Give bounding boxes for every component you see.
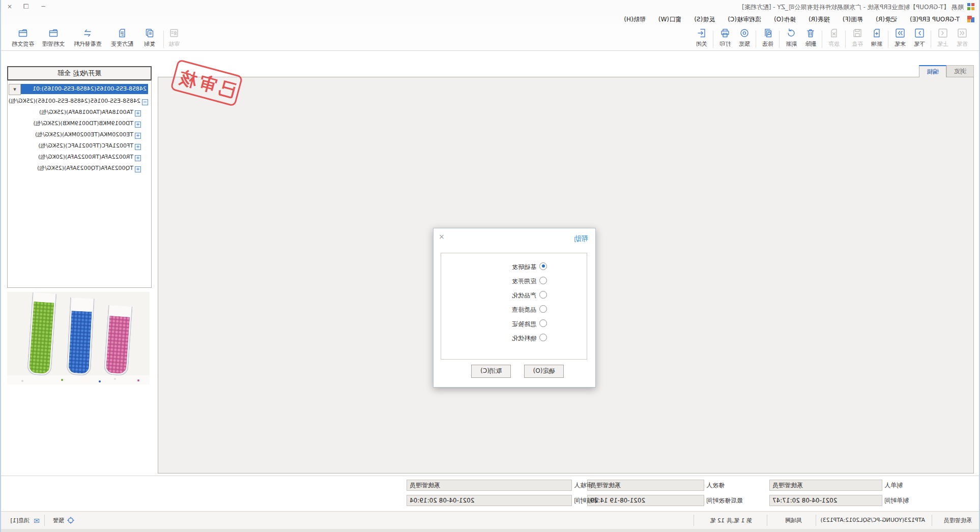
- tree-node[interactable]: +TR0022AFA(TR0022AFA)(20KG/包): [38, 152, 141, 162]
- option-app-dev[interactable]: 应用开发: [512, 277, 547, 287]
- bottom-strip: [0, 529, 979, 532]
- tree-node[interactable]: +TD0019MKB(TD0019MKB)(25KG/包): [34, 119, 141, 129]
- status-bar: 系统管理员 ATP123(YOUNG-PC/SQL2012:ATP123) 局域…: [0, 511, 979, 529]
- preview-button[interactable]: 预览: [735, 27, 754, 50]
- toolbar: 首笔 上笔 下笔 末笔 新增 存盘 放弃 删除 刷新 筛选 预览 打印 关闭 复…: [0, 25, 979, 51]
- modify-time-label: 最后修改时间: [706, 495, 755, 506]
- new-doc-icon: [867, 28, 886, 39]
- item-node-icon: +: [135, 122, 141, 128]
- close-form-button[interactable]: 关闭: [692, 27, 711, 50]
- product-photo: [7, 292, 150, 385]
- first-record-button[interactable]: 首笔: [953, 27, 972, 50]
- tree-node[interactable]: −24858-ESS-00165(24858-ESS-00165)(25KG/包…: [9, 96, 148, 106]
- save-button[interactable]: 存盘: [848, 27, 867, 50]
- folder-icon: [39, 28, 68, 39]
- maker-time-field: 2021-04-08 20:17:47: [769, 495, 882, 506]
- restore-button[interactable]: ❐: [17, 0, 35, 13]
- option-material-opt[interactable]: 物料优化: [512, 334, 547, 344]
- swap-arrows-icon: [69, 28, 106, 39]
- option-quality-check[interactable]: 品质排查: [512, 305, 547, 315]
- auditor-label: 审核人: [574, 480, 598, 491]
- minimize-button[interactable]: ─: [35, 0, 52, 13]
- tree-node[interactable]: +TF0021AFC(TF0021AFC)(25KG/包): [38, 141, 141, 151]
- next-record-icon: [910, 28, 929, 39]
- modifier-label: 修改人: [706, 480, 732, 491]
- item-node-icon: +: [135, 110, 141, 116]
- tree-dropdown-button[interactable]: ▾: [9, 84, 21, 95]
- dialog-title: 帮助: [574, 234, 588, 244]
- dialog-options-group: 基础研发 应用开发 产品优化 品质排查 思路验证 物料优化: [441, 253, 587, 360]
- ok-button[interactable]: 确定(O): [524, 365, 564, 378]
- item-node-icon: +: [135, 155, 141, 161]
- menu-item-help[interactable]: 帮助(H): [619, 13, 650, 26]
- item-node-icon: +: [135, 166, 141, 172]
- menu-item-feedback[interactable]: 反馈(S): [689, 13, 720, 26]
- audit-button[interactable]: 审核: [165, 27, 183, 50]
- menu-item-erp[interactable]: T-GROUP ERP(E): [905, 14, 965, 25]
- document-manage-button[interactable]: 文档管理: [39, 27, 68, 50]
- exit-icon: [692, 28, 711, 39]
- menu-logo-icon: [967, 15, 975, 25]
- filter-button[interactable]: 筛选: [758, 27, 777, 50]
- status-user: 系统管理员: [944, 517, 972, 524]
- dialog-close-icon[interactable]: ×: [439, 232, 445, 241]
- menu-item-workflow[interactable]: 流程审核(C): [723, 13, 766, 26]
- message-link[interactable]: 消息[1]: [10, 517, 30, 524]
- status-connection: ATP123(YOUNG-PC/SQL2012:ATP123): [820, 517, 925, 523]
- inventory-docs-button[interactable]: 存货文档: [8, 27, 38, 50]
- printer-icon: [715, 28, 735, 39]
- abandon-button[interactable]: 放弃: [824, 27, 844, 50]
- modifier-field: 系统管理员: [587, 480, 704, 491]
- view-substitutes-button[interactable]: 查看替代料: [69, 27, 106, 50]
- alert-icon: [67, 517, 74, 524]
- menu-item-interface[interactable]: 界面(F): [838, 13, 868, 26]
- prev-record-icon: [933, 28, 953, 39]
- maker-field: 系统管理员: [769, 480, 882, 491]
- menu-item-report[interactable]: 报表(R): [803, 13, 835, 26]
- tree-root-node[interactable]: 24858-ESS-00165(24858-ESS-00165):01: [20, 84, 148, 94]
- maker-label: 制单人: [884, 480, 908, 491]
- copy-button[interactable]: 复制: [138, 27, 161, 50]
- tree-node[interactable]: +TE0020MKA(TE0020MKA)(25KG/包): [35, 130, 141, 140]
- option-product-opt[interactable]: 产品优化: [512, 291, 547, 301]
- delete-button[interactable]: 删除: [801, 27, 820, 50]
- print-button[interactable]: 打印: [715, 27, 735, 50]
- close-button[interactable]: ×: [1, 0, 18, 13]
- new-button[interactable]: 新增: [867, 27, 886, 50]
- first-record-icon: [953, 28, 972, 39]
- audit-badge-icon: [165, 28, 183, 39]
- menu-item-operation[interactable]: 操作(O): [769, 13, 801, 26]
- app-icon: [967, 3, 975, 11]
- refresh-button[interactable]: 刷新: [782, 27, 801, 50]
- item-node-icon: +: [135, 144, 141, 150]
- last-record-button[interactable]: 末笔: [890, 27, 910, 50]
- tab-edit[interactable]: 编辑: [919, 65, 946, 77]
- menu-item-record[interactable]: 记录(R): [871, 13, 902, 26]
- envelope-icon: ✉: [34, 517, 40, 525]
- audit-time-field: 2021-04-08 20:19:04: [407, 495, 572, 506]
- tab-browse[interactable]: 浏览: [946, 65, 974, 77]
- maker-time-label: 制单时间: [884, 495, 920, 506]
- formula-change-button[interactable]: 配方变更: [107, 27, 137, 50]
- menu-item-window[interactable]: 窗口(W): [653, 13, 686, 26]
- blue-tube: [66, 298, 95, 376]
- item-node-icon: +: [135, 133, 141, 139]
- collapse-node-icon[interactable]: −: [142, 99, 148, 105]
- green-tube: [26, 292, 56, 376]
- abandon-icon: [824, 28, 844, 39]
- window-title: 顺易 【T-GROUP】制造业ERP系统 - 广东顺易软件科技有限公司_ZY -…: [742, 3, 964, 12]
- alert-link[interactable]: 预警: [53, 517, 64, 524]
- option-basic-rd[interactable]: 基础研发: [512, 262, 547, 273]
- cancel-button[interactable]: 取消(C): [471, 365, 511, 378]
- option-idea-verify[interactable]: 思路验证: [512, 319, 547, 330]
- save-icon: [848, 28, 867, 39]
- help-dialog: 帮助 × 基础研发 应用开发 产品优化 品质排查 思路验证 物料优化 确定(O)…: [433, 228, 596, 388]
- audit-time-label: 审核时间: [574, 495, 611, 506]
- prev-record-button[interactable]: 上笔: [933, 27, 953, 50]
- folder2-icon: [8, 28, 38, 39]
- next-record-button[interactable]: 下笔: [910, 27, 929, 50]
- expand-collapse-all-button[interactable]: 展开/收起 全部: [7, 66, 152, 80]
- tree-node[interactable]: +TQ0023AFA(TQ0023AFA)(25KG/包): [37, 163, 141, 173]
- tree-node[interactable]: +TA0018AFA(TA0018AFA)(25KG/包): [39, 107, 141, 117]
- copy-icon: [138, 28, 161, 39]
